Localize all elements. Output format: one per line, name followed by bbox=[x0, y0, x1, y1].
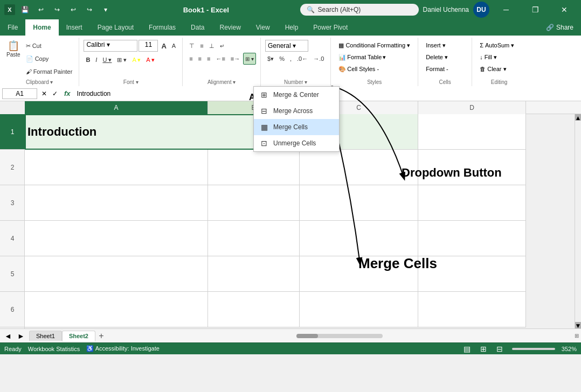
page-break-view-button[interactable]: ⊟ bbox=[494, 343, 506, 355]
cell-b5[interactable] bbox=[208, 256, 300, 292]
cell-b6[interactable] bbox=[208, 292, 300, 327]
tab-file[interactable]: File bbox=[0, 19, 25, 36]
row-num-3[interactable]: 3 bbox=[0, 185, 25, 221]
cell-a5[interactable] bbox=[25, 256, 208, 292]
align-middle-button[interactable]: ≡ bbox=[198, 40, 205, 52]
paste-button[interactable]: 📋 Paste bbox=[4, 40, 23, 59]
cell-b3[interactable] bbox=[208, 185, 300, 221]
font-size-input[interactable]: 11 bbox=[139, 40, 158, 52]
font-color-button[interactable]: A ▾ bbox=[144, 54, 157, 66]
cut-button[interactable]: ✂ Cut bbox=[24, 40, 75, 52]
italic-button[interactable]: I bbox=[93, 54, 99, 66]
bold-button[interactable]: B bbox=[84, 54, 92, 66]
cell-c3[interactable] bbox=[300, 185, 418, 221]
align-left-button[interactable]: ≡ bbox=[187, 53, 195, 65]
cell-b2[interactable] bbox=[208, 150, 300, 185]
font-grow-button[interactable]: A bbox=[159, 40, 168, 52]
cell-styles-button[interactable]: 🎨 Cell Styles - bbox=[335, 64, 413, 74]
comma-button[interactable]: , bbox=[288, 53, 294, 65]
copy-button[interactable]: 📄 Copy bbox=[24, 53, 75, 65]
accessibility-button[interactable]: ♿ Accessibility: Investigate bbox=[86, 345, 160, 352]
undo2-qat-button[interactable]: ↩ bbox=[67, 3, 80, 16]
cell-a6[interactable] bbox=[25, 292, 208, 327]
align-bottom-button[interactable]: ⊥ bbox=[207, 40, 217, 52]
scroll-up-button[interactable]: ▲ bbox=[575, 114, 582, 121]
tab-power-pivot[interactable]: Power Pivot bbox=[306, 19, 355, 36]
fill-color-button[interactable]: A ▾ bbox=[130, 54, 143, 66]
wrap-text-button[interactable]: ↵ bbox=[218, 40, 226, 52]
fill-button[interactable]: ↓ Fill ▾ bbox=[476, 52, 517, 62]
h-scroll-thumb[interactable] bbox=[296, 334, 318, 338]
cell-c2[interactable] bbox=[300, 150, 418, 185]
cell-a4[interactable] bbox=[25, 221, 208, 256]
cell-b4[interactable] bbox=[208, 221, 300, 256]
insert-button[interactable]: Insert ▾ bbox=[423, 40, 452, 51]
decrease-decimal-button[interactable]: .0← bbox=[295, 53, 310, 65]
underline-button[interactable]: U ▾ bbox=[100, 54, 114, 66]
borders-button[interactable]: ⊞ ▾ bbox=[115, 54, 129, 66]
merge-cells-option[interactable]: ▦ Merge Cells bbox=[254, 119, 339, 135]
zoom-slider[interactable] bbox=[512, 348, 555, 350]
tab-review[interactable]: Review bbox=[212, 19, 248, 36]
tab-page-layout[interactable]: Page Layout bbox=[90, 19, 141, 36]
tab-insert[interactable]: Insert bbox=[59, 19, 90, 36]
cell-d5[interactable] bbox=[418, 256, 526, 292]
row-num-2[interactable]: 2 bbox=[0, 150, 25, 185]
row-num-4[interactable]: 4 bbox=[0, 221, 25, 256]
minimize-button[interactable]: ─ bbox=[494, 0, 518, 19]
increase-indent-button[interactable]: ≡→ bbox=[229, 53, 242, 65]
align-right-button[interactable]: ≡ bbox=[205, 53, 212, 65]
cell-c5[interactable] bbox=[300, 256, 418, 292]
conditional-formatting-button[interactable]: ▦ Conditional Formatting ▾ bbox=[335, 40, 413, 51]
scroll-down-button[interactable]: ▼ bbox=[575, 322, 582, 328]
undo-qat-button[interactable]: ↩ bbox=[34, 3, 47, 16]
tab-help[interactable]: Help bbox=[278, 19, 306, 36]
merge-and-center-button[interactable]: ⊞ ▾ bbox=[243, 53, 256, 65]
cell-reference-box[interactable]: A1 bbox=[2, 88, 37, 99]
restore-button[interactable]: ❐ bbox=[523, 0, 548, 19]
sheet-tab-sheet2[interactable]: Sheet2 bbox=[62, 331, 95, 341]
tab-scroll-right-button[interactable]: ► bbox=[15, 330, 27, 342]
cell-a2[interactable] bbox=[25, 150, 208, 185]
cell-d4[interactable] bbox=[418, 221, 526, 256]
cell-c4[interactable] bbox=[300, 221, 418, 256]
delete-button[interactable]: Delete ▾ bbox=[423, 52, 452, 62]
clear-button[interactable]: 🗑 Clear ▾ bbox=[476, 64, 517, 74]
decrease-indent-button[interactable]: ←≡ bbox=[213, 53, 227, 65]
autosum-button[interactable]: Σ AutoSum ▾ bbox=[476, 40, 517, 51]
align-top-button[interactable]: ⊤ bbox=[187, 40, 197, 52]
tab-scroll-left-button[interactable]: ◄ bbox=[2, 330, 14, 342]
h-scroll-track[interactable] bbox=[296, 334, 383, 338]
close-button[interactable]: ✕ bbox=[552, 0, 577, 19]
align-center-button[interactable]: ≡ bbox=[196, 53, 204, 65]
vertical-scrollbar[interactable]: ▲ ▼ bbox=[575, 114, 581, 328]
cell-a3[interactable] bbox=[25, 185, 208, 221]
percent-button[interactable]: % bbox=[277, 53, 287, 65]
row-num-5[interactable]: 5 bbox=[0, 256, 25, 292]
accounting-button[interactable]: $▾ bbox=[265, 53, 276, 65]
share-button[interactable]: 🔗 Share bbox=[538, 19, 581, 36]
unmerge-cells-option[interactable]: ⊡ Unmerge Cells bbox=[254, 135, 339, 151]
tab-formulas[interactable]: Formulas bbox=[141, 19, 183, 36]
confirm-formula-button[interactable]: ✓ bbox=[50, 89, 60, 98]
workbook-statistics-button[interactable]: Workbook Statistics bbox=[28, 346, 80, 352]
add-sheet-button[interactable]: + bbox=[95, 330, 107, 342]
row-num-1[interactable]: 1 bbox=[0, 114, 25, 150]
cancel-formula-button[interactable]: ✕ bbox=[39, 89, 49, 98]
redo-qat-button[interactable]: ↪ bbox=[51, 3, 64, 16]
normal-view-button[interactable]: ▤ bbox=[461, 343, 473, 355]
horizontal-scrollbar[interactable] bbox=[107, 334, 572, 338]
format-as-table-button[interactable]: 📊 Format Table ▾ bbox=[335, 52, 413, 62]
font-shrink-button[interactable]: A bbox=[170, 40, 178, 52]
save-qat-button[interactable]: 💾 bbox=[18, 3, 31, 16]
merge-across-option[interactable]: ⊟ Merge Across bbox=[254, 103, 339, 119]
col-header-d[interactable]: D bbox=[418, 101, 526, 114]
tab-home[interactable]: Home bbox=[25, 19, 58, 36]
col-header-a[interactable]: A bbox=[25, 101, 208, 114]
row-num-6[interactable]: 6 bbox=[0, 292, 25, 327]
customize-qat-button[interactable]: ▾ bbox=[99, 3, 112, 16]
number-format-dropdown[interactable]: General ▾ bbox=[265, 40, 308, 52]
cell-d1[interactable] bbox=[418, 114, 526, 150]
cell-d6[interactable] bbox=[418, 292, 526, 327]
font-name-input[interactable]: Calibri ▾ bbox=[84, 40, 137, 52]
